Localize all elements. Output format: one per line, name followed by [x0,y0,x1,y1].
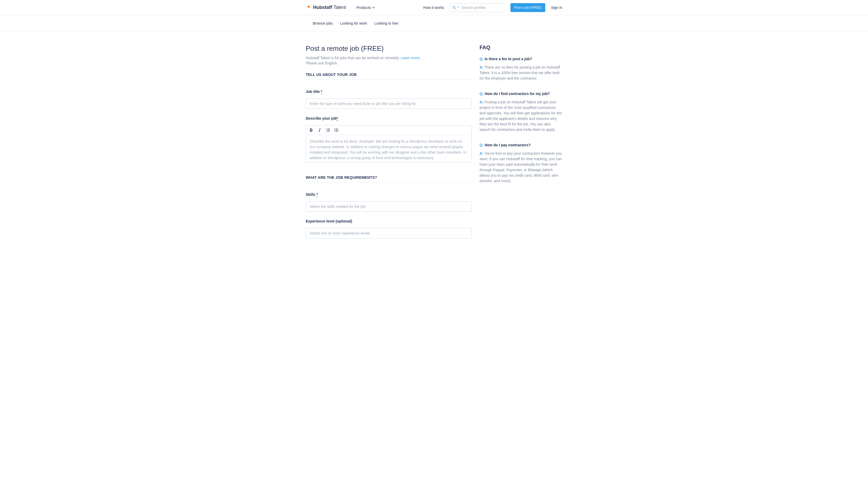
ordered-list-button[interactable]: 1 2 3 [325,127,331,133]
italic-icon [318,128,321,132]
faq-item: Q: How do I pay contractors? A: You're f… [480,143,562,184]
logo-text-normal: Talent [332,5,346,10]
faq-section: FAQ Q: Is there a fee to post a job? A: … [480,44,562,246]
search-box[interactable] [450,3,505,12]
search-caret-icon [457,7,459,9]
section-requirements-header: WHAT ARE THE JOB REQUIREMENTS? [306,175,472,182]
svg-point-11 [334,129,335,129]
faq-item: Q: Is there a fee to post a job? A: Ther… [480,57,562,81]
faq-q-label: Q: [480,57,484,61]
skills-label: Skills * [306,192,472,196]
svg-point-12 [334,130,335,130]
job-title-input[interactable] [306,98,472,109]
faq-a-text: There are no fees for posting a job on H… [480,65,560,81]
page-title: Post a remote job (FREE) [306,44,472,53]
search-input[interactable] [461,6,507,10]
unordered-list-button[interactable] [334,127,339,133]
sign-in-link[interactable]: Sign in [551,6,562,10]
faq-q-label: Q: [480,92,484,96]
faq-title: FAQ [480,44,562,51]
experience-label: Experience level (optional) [306,219,472,223]
section-about-job-header: TELL US ABOUT YOUR JOB [306,73,472,79]
form-section: Post a remote job (FREE) Hubstaff Talent… [306,44,472,246]
logo-text-bold: Hubstaff [313,5,332,10]
skills-input[interactable] [306,201,472,212]
chevron-down-icon [372,6,375,9]
looking-for-work-link[interactable]: Looking for work [340,21,367,25]
svg-point-0 [453,6,455,8]
svg-text:3: 3 [326,131,327,132]
products-dropdown[interactable]: Products [356,6,375,10]
post-job-button[interactable]: Post a job (FREE) [511,3,545,12]
unordered-list-icon [334,128,339,132]
faq-q-text: How do I find contractors for my job? [484,92,550,96]
how-it-works-link[interactable]: How it works [423,6,444,10]
page-subtitle: Hubstaff Talent is for jobs that can be … [306,56,472,60]
bold-icon [309,128,313,132]
faq-q-label: Q: [480,143,484,147]
faq-a-text: Posting a job on Hubstaff Talent will ge… [480,100,562,132]
top-header: Hubstaff Talent Products How it works [0,0,868,15]
faq-a-text: You're free to pay your contractors howe… [480,151,562,183]
search-icon [453,6,456,9]
faq-a-label: A: [480,65,483,70]
logo[interactable]: Hubstaff Talent [306,5,346,10]
faq-q-text: Is there a fee to post a job? [484,57,532,61]
experience-input[interactable] [306,228,472,238]
bold-button[interactable] [309,127,314,133]
describe-job-textarea[interactable] [306,135,471,161]
editor-wrapper: 1 2 3 [306,125,472,162]
italic-button[interactable] [317,127,322,133]
svg-point-13 [334,131,335,131]
hubstaff-logo-icon [306,5,311,10]
looking-to-hire-link[interactable]: Looking to hire [374,21,398,25]
faq-q-text: How do I pay contractors? [484,143,531,147]
svg-line-1 [455,8,456,9]
faq-a-label: A: [480,100,483,104]
products-label: Products [356,6,371,10]
browse-jobs-link[interactable]: Browse jobs [313,21,333,25]
job-title-label: Job title * [306,89,472,94]
describe-job-label: Describe your job* [306,116,472,120]
editor-toolbar: 1 2 3 [306,125,471,135]
faq-item: Q: How do I find contractors for my job?… [480,92,562,132]
page-subtitle2: Please use English. [306,61,472,65]
faq-a-label: A: [480,151,483,156]
learn-more-link[interactable]: Learn more... [401,56,422,60]
ordered-list-icon: 1 2 3 [326,128,330,132]
sub-header: Browse jobs Looking for work Looking to … [0,15,868,31]
svg-line-4 [319,129,320,131]
